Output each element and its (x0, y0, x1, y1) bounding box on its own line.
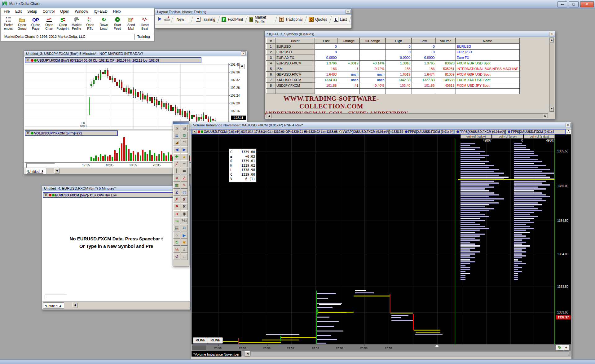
palette-tool-icon-5[interactable]: ◠ (181, 139, 188, 146)
palette-tool-icon-32[interactable]: ↻ (173, 239, 180, 246)
palette-tool-icon-1[interactable]: ⊞ (181, 125, 188, 131)
palette-tool-icon-19[interactable]: ◎ (181, 189, 188, 196)
menu-edit[interactable]: Edit (12, 8, 24, 15)
column-header-change[interactable]: Change (338, 38, 359, 44)
layout-chip-footprint[interactable]: FFootPrint (220, 17, 244, 22)
rline-button[interactable]: RLINE (193, 337, 208, 344)
palette-tool-icon-20[interactable]: ✗ (173, 196, 180, 203)
menu-open[interactable]: Open (57, 8, 72, 15)
empty-cell[interactable] (267, 88, 275, 94)
layout-toolbar-titlebar[interactable]: Layout Toolbar. Name: Training (155, 9, 351, 15)
palette-tool-icon-29[interactable]: ⧉ (181, 225, 188, 231)
iqfeed-titlebar[interactable]: * IQFEED_Symbols (8 issues) (265, 31, 555, 37)
menu-iqfeed[interactable]: IQFEED (91, 8, 110, 15)
column-header-high[interactable]: High (386, 38, 412, 44)
scroll-up-icon[interactable]: ▲ (550, 38, 554, 42)
start-feed-button[interactable]: StartFeed (111, 15, 124, 30)
untitled4-symbol-input[interactable] (45, 295, 67, 300)
tab-volume-imbalance[interactable]: *Volume Imbalance November (192, 351, 241, 357)
vimb-hscrollbar[interactable] (250, 351, 569, 356)
scroll-down-icon[interactable]: ▼ (550, 107, 554, 112)
play-layout-icon[interactable] (158, 17, 162, 22)
palette-tool-icon-22[interactable]: ⚑ (173, 203, 180, 210)
palette-tool-icon-24[interactable]: a (173, 210, 180, 217)
palette-tool-icon-16[interactable]: ▦ (173, 182, 180, 189)
palette-tool-icon-26[interactable]: ↝ (173, 217, 180, 224)
palette-tool-icon-10[interactable]: ╱ (173, 160, 180, 167)
palette-tool-icon-9[interactable]: ▲ (181, 153, 188, 160)
training-status-button[interactable]: Training (134, 34, 152, 40)
row-number[interactable]: 4 (267, 60, 275, 66)
column-header-low[interactable]: Low (412, 38, 436, 44)
open-group-button[interactable]: OpenGroup (15, 15, 29, 30)
untitled3-titlebar[interactable]: Untitled_3: USDJPY.FXCM (5m*) 5 Minutes*… (24, 51, 247, 56)
tab-untitled4[interactable]: *Untitled_4 (43, 302, 64, 309)
column-header-last[interactable]: Last (315, 38, 338, 44)
vimb-autoscale-button[interactable]: A (566, 129, 571, 134)
row-number[interactable]: 7 (267, 77, 275, 83)
palette-tool-icon-18[interactable]: ⊻ (173, 189, 180, 196)
menu-file[interactable]: File (1, 8, 12, 15)
send-mail-button[interactable]: SendMail (124, 15, 138, 30)
layout-chip-market-profile[interactable]: MMarket Profile (248, 15, 274, 24)
column-header-name[interactable]: Name (456, 38, 519, 44)
ticker-cell[interactable]: IBM (275, 66, 315, 72)
layout-chip-traditional[interactable]: TTraditional (278, 17, 304, 22)
quote-page-button[interactable]: QPQuotePage (29, 15, 42, 30)
maximize-button[interactable]: ▢ (569, 1, 579, 7)
column-header-n[interactable]: # (267, 38, 275, 44)
column-header-ticker[interactable]: Ticker (275, 38, 315, 44)
row-number[interactable]: 5 (267, 66, 275, 72)
legend-close-icon[interactable]: X (192, 130, 197, 134)
save-layout-icon[interactable] (162, 16, 170, 23)
ticker-cell[interactable]: EURUSD (275, 44, 315, 49)
tab-untitled3[interactable]: *Untitled_3 (25, 168, 46, 174)
layout-chip-training[interactable]: TTraining (195, 17, 217, 22)
ticker-cell[interactable]: EUR A0-FX (275, 55, 315, 60)
untitled3-symbol-input[interactable] (26, 163, 55, 168)
palette-tool-icon-12[interactable]: ┃ (173, 168, 180, 174)
palette-titlebar[interactable] (173, 122, 189, 124)
palette-tool-icon-0[interactable]: ⇲ (173, 125, 180, 131)
app-titlebar[interactable]: MarketDelta Charts — ▢ ✕ (0, 0, 595, 8)
legend-close-icon[interactable]: X (44, 193, 48, 197)
palette-tool-icon-13[interactable]: ═ (181, 168, 188, 174)
palette-tool-icon-35[interactable]: # (181, 246, 188, 253)
palette-tool-icon-11[interactable]: ━ (181, 160, 188, 167)
ticker-cell[interactable]: USDJPY.FXCM (275, 83, 315, 88)
iqfeed-hscrollbar[interactable]: ◀ ▶ (266, 113, 548, 118)
open-rtl-button[interactable]: +x=÷OpenRTL (83, 15, 97, 30)
palette-tool-icon-2[interactable]: ≣ (173, 132, 180, 138)
open-chart-button[interactable]: OpenChart (42, 15, 56, 30)
menu-window[interactable]: Window (72, 8, 91, 15)
row-number[interactable]: 3 (267, 55, 275, 60)
palette-tool-icon-28[interactable]: ▤ (173, 225, 180, 231)
palette-tool-icon-23[interactable]: ✖ (181, 203, 188, 210)
palette-tool-icon-27[interactable]: ⅒ (181, 217, 188, 224)
scroll-left-icon[interactable]: ◀ (267, 114, 271, 118)
row-number[interactable]: 1 (267, 44, 275, 49)
open-footprint-button[interactable]: OpenFootprint (56, 15, 70, 30)
ticker-cell[interactable]: GBPUSD.FXCM (275, 72, 315, 77)
ticker-cell[interactable]: XAUUSD.FXCM (275, 77, 315, 83)
new-layout-button[interactable]: New (174, 16, 190, 23)
palette-tool-icon-31[interactable]: ▶ (181, 232, 188, 239)
ticker-cell[interactable]: EURUSD.FXCM (275, 60, 315, 66)
legend-close-icon[interactable]: X (26, 59, 30, 62)
layout-toolbar-close-icon[interactable]: ✕ (346, 10, 350, 14)
down-load-button[interactable]: ↻DownLoad (97, 15, 111, 30)
vimb-close-icon[interactable]: ✕ (566, 123, 571, 127)
scroll-right-icon[interactable]: ▶ (543, 114, 548, 118)
row-number[interactable]: 2 (267, 49, 275, 55)
menu-setup[interactable]: Setup (24, 8, 40, 15)
untitled4-titlebar[interactable]: Untitled_4: EURUSD.FXCM (5m*) 5 Minutes* (42, 186, 190, 191)
row-number[interactable]: 8 (267, 83, 275, 88)
palette-tool-icon-14[interactable]: ≠ (173, 175, 180, 182)
tab-scroll-left-icon[interactable]: ◀ (245, 351, 250, 357)
minimize-button[interactable]: — (558, 1, 567, 7)
palette-tool-icon-3[interactable]: ⧉ (181, 132, 188, 139)
palette-tool-icon-34[interactable]: ⅓ (173, 246, 180, 253)
row-number[interactable]: 6 (267, 72, 275, 77)
menu-control[interactable]: Control (40, 8, 57, 15)
iqfeed-close-icon[interactable]: ✕ (549, 32, 554, 36)
